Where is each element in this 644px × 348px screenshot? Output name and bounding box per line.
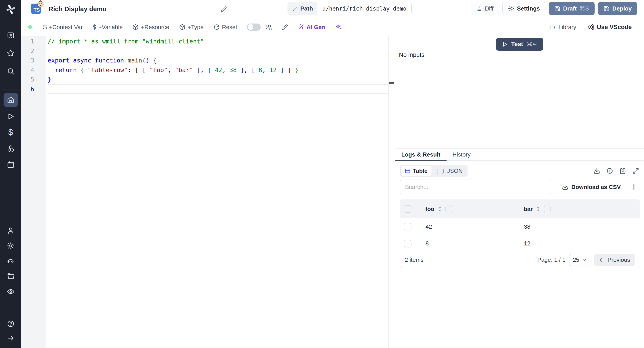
kebab-menu-icon[interactable]: [630, 184, 637, 190]
test-button[interactable]: Test ⌘↵: [496, 38, 543, 51]
page-size-select[interactable]: 25: [570, 254, 590, 266]
dollar-icon: $: [92, 24, 96, 31]
schedules-icon[interactable]: [4, 157, 18, 172]
star-icon[interactable]: [4, 46, 18, 60]
view-mode-json[interactable]: { } JSON: [432, 166, 467, 176]
pagination: Page: 1 / 1 25 Previous: [537, 254, 635, 266]
status-dot: [28, 25, 32, 29]
run-panel: Test ⌘↵ No inputs: [395, 36, 644, 148]
download-csv-button[interactable]: Download as CSV: [562, 184, 621, 191]
gear-icon: [508, 5, 514, 12]
magic-wand-icon: [298, 24, 304, 30]
line-number: 5: [21, 75, 34, 84]
row-checkbox[interactable]: [404, 240, 412, 247]
resources-icon[interactable]: [4, 141, 18, 156]
collapse-arrow-icon[interactable]: [4, 331, 18, 345]
draft-button[interactable]: Draft ⌘S: [549, 2, 594, 15]
library-label: Library: [558, 24, 576, 31]
column-filter-box[interactable]: [544, 206, 550, 212]
settings-button[interactable]: Settings: [502, 2, 546, 15]
add-context-var-label: +Context Var: [49, 24, 83, 31]
column-filter-box[interactable]: [446, 206, 452, 212]
code-line[interactable]: // import * as wmill from "windmill-clie…: [48, 37, 298, 46]
download-icon[interactable]: [594, 167, 600, 174]
code-line[interactable]: }: [48, 75, 298, 84]
windmill-logo[interactable]: [4, 2, 18, 17]
code-lines[interactable]: // import * as wmill from "windmill-clie…: [48, 37, 298, 94]
code-line[interactable]: return { "table-row": [ [ "foo", "bar" ]…: [48, 65, 298, 75]
select-all-checkbox[interactable]: [404, 205, 412, 213]
clipboard-import-icon[interactable]: [620, 167, 626, 174]
add-resource-button[interactable]: +Resource: [132, 24, 169, 31]
dollar-icon: $: [43, 24, 47, 31]
row-checkbox[interactable]: [404, 223, 412, 230]
search-input[interactable]: [400, 180, 551, 194]
code-line[interactable]: [48, 84, 298, 94]
edit-title-pencil-icon[interactable]: [220, 5, 228, 14]
add-context-var-button[interactable]: $ +Context Var: [43, 24, 83, 31]
header-col-foo: foo: [420, 206, 519, 213]
tab-history[interactable]: History: [447, 149, 476, 160]
view-mode-table[interactable]: Table: [401, 166, 432, 176]
sidebar-divider: [0, 25, 21, 25]
page-label: Page: 1 / 1: [537, 256, 566, 263]
toolbar-right: Library Use VScode: [550, 24, 632, 31]
folders-icon[interactable]: [4, 269, 18, 283]
help-icon[interactable]: [4, 317, 18, 331]
result-controls: Table { } JSON: [400, 165, 640, 177]
package-icon: [179, 24, 185, 30]
sort-icon[interactable]: [535, 206, 541, 212]
audit-eye-icon[interactable]: [4, 284, 18, 299]
table-body: 4238812: [400, 218, 640, 252]
library-button[interactable]: Library: [550, 24, 576, 31]
deploy-button[interactable]: Deploy: [598, 2, 637, 15]
header: TS Rich Display demo Path u/henri/rich_d…: [21, 0, 644, 18]
runs-icon[interactable]: [4, 109, 18, 124]
table-search-row: Download as CSV: [400, 180, 640, 194]
ai-gen-button[interactable]: AI Gen: [298, 24, 325, 31]
column-label-foo: foo: [425, 206, 434, 213]
no-inputs-text: No inputs: [399, 52, 424, 58]
search-icon[interactable]: [4, 64, 18, 78]
sidebar-divider: [0, 90, 21, 90]
home-icon[interactable]: [4, 93, 18, 107]
use-vscode-button[interactable]: Use VScode: [588, 24, 632, 31]
settings-icon[interactable]: [4, 239, 18, 253]
sidebar: $: [0, 0, 21, 348]
reset-icon: [214, 24, 220, 30]
expand-icon[interactable]: [632, 167, 639, 174]
ai-sparkles-button[interactable]: [335, 24, 342, 31]
ai-gen-label: AI Gen: [306, 24, 325, 31]
path-value[interactable]: u/henri/rich_display_demo: [317, 2, 411, 15]
workspace-icon[interactable]: [4, 28, 18, 43]
format-button[interactable]: [282, 24, 288, 30]
code-editor[interactable]: 123456 // import * as wmill from "windmi…: [21, 36, 395, 348]
baby-emoji-icon: [37, 0, 44, 9]
code-line[interactable]: [48, 46, 298, 56]
previous-page-button[interactable]: Previous: [594, 254, 635, 266]
add-type-button[interactable]: +Type: [179, 24, 204, 31]
add-variable-label: +Variable: [98, 24, 123, 31]
code-line[interactable]: export async function main() {: [48, 56, 298, 65]
reset-button[interactable]: Reset: [214, 24, 237, 31]
diff-button[interactable]: Diff: [471, 2, 499, 15]
workers-icon[interactable]: [4, 254, 18, 268]
path-label-section[interactable]: Path: [288, 2, 317, 15]
results-panel: Logs & Result History Table { } JSON: [395, 148, 644, 348]
add-variable-button[interactable]: $ +Variable: [92, 24, 123, 31]
package-icon: [132, 24, 139, 30]
right-panel: Test ⌘↵ No inputs Logs & Result History …: [395, 36, 644, 348]
variables-icon[interactable]: $: [4, 125, 18, 139]
sort-icon[interactable]: [437, 206, 443, 212]
draft-shortcut: ⌘S: [580, 5, 589, 12]
multiplayer-toggle[interactable]: [247, 24, 261, 31]
sparkles-icon: [335, 24, 342, 31]
table-row: 812: [400, 235, 640, 252]
tab-logs-result[interactable]: Logs & Result: [395, 149, 446, 160]
user-icon[interactable]: [4, 223, 18, 238]
items-count: 2 items: [405, 256, 424, 263]
overview-ruler[interactable]: [388, 36, 395, 348]
save-icon: [554, 6, 560, 12]
path-widget[interactable]: Path u/henri/rich_display_demo: [288, 2, 412, 15]
info-icon[interactable]: [606, 167, 613, 174]
